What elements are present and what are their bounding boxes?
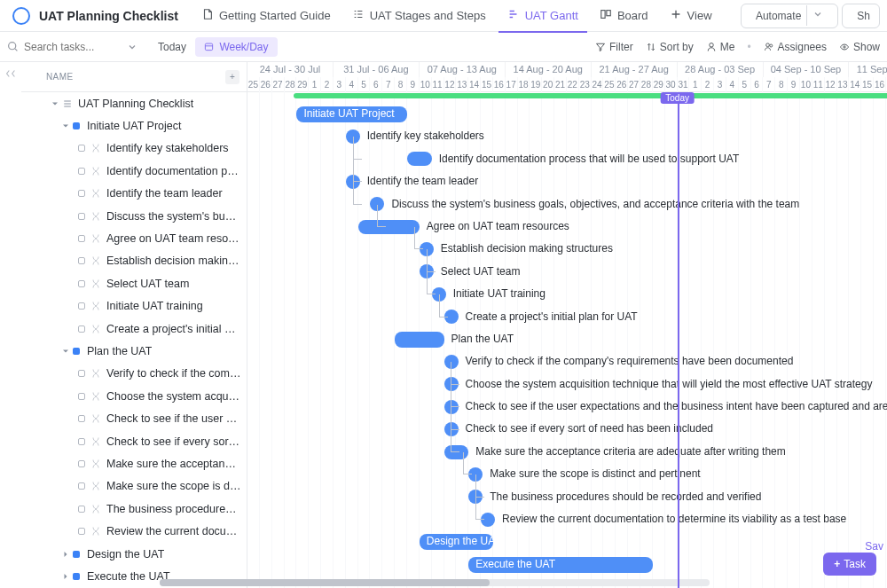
row-label: Initiate UAT training xyxy=(106,300,203,312)
sidebar-row[interactable]: Make sure the scope is dis… xyxy=(21,475,247,498)
sidebar-row[interactable]: Identify the team leader xyxy=(21,183,247,205)
svg-point-13 xyxy=(844,45,845,47)
row-label: Agree on UAT team resour… xyxy=(106,232,241,245)
week-header: 04 Sep - 10 Sep xyxy=(764,62,850,77)
automate-dropdown[interactable] xyxy=(806,5,828,26)
row-label: Discuss the system's busin… xyxy=(106,210,241,223)
sidebar-row[interactable]: Select UAT team xyxy=(21,272,247,294)
sidebar-row[interactable]: Create a project's initial pl… xyxy=(21,318,247,340)
day-header: 19 xyxy=(530,77,542,92)
dependency-connector xyxy=(414,227,423,249)
status-square xyxy=(78,325,85,333)
day-header: 24 xyxy=(592,77,604,92)
day-header: 22 xyxy=(567,77,579,92)
sidebar-row[interactable]: Make sure the acceptance … xyxy=(21,452,247,474)
status-square xyxy=(78,370,85,377)
row-label: Check to see if the user ex… xyxy=(106,412,241,425)
filter-button[interactable]: Filter xyxy=(595,41,633,53)
status-square xyxy=(78,190,85,197)
day-header: 25 xyxy=(603,77,616,92)
status-square xyxy=(78,168,85,175)
filter-icon xyxy=(595,42,606,52)
me-button[interactable]: Me xyxy=(706,41,735,53)
sidebar-row[interactable]: Identify key stakeholders xyxy=(21,137,247,160)
week-header: 21 Aug - 27 Aug xyxy=(592,62,678,77)
dependency-connector xyxy=(451,430,459,452)
status-square xyxy=(78,415,85,422)
sidebar-row[interactable]: Initiate UAT Project xyxy=(21,114,247,137)
collapse-sidebar-handle[interactable] xyxy=(0,62,21,588)
day-header: 1 xyxy=(689,77,702,92)
day-header: 26 xyxy=(616,77,628,92)
add-column-button[interactable]: + xyxy=(225,70,239,84)
sidebar-row[interactable]: Agree on UAT team resour… xyxy=(21,227,247,249)
tab-uat-gantt[interactable]: UAT Gantt xyxy=(498,0,587,32)
sidebar-row[interactable]: Establish decision making … xyxy=(21,250,247,272)
sidebar-row[interactable]: Design the UAT xyxy=(21,543,247,565)
week-header: 07 Aug - 13 Aug xyxy=(420,62,506,77)
gantt-bar-label: Agree on UAT team resources xyxy=(427,220,569,232)
sidebar-row[interactable]: Plan the UAT xyxy=(21,340,247,362)
tab-uat-stages-and-steps[interactable]: UAT Stages and Steps xyxy=(343,0,495,32)
new-task-button[interactable]: +Task xyxy=(823,553,876,576)
day-header: 13 xyxy=(456,77,468,92)
day-header: 15 xyxy=(481,77,493,92)
gantt-bar-label: Identify the team leader xyxy=(367,175,478,187)
sidebar-row[interactable]: Choose the system acquisi… xyxy=(21,385,247,407)
week-header: 31 Jul - 06 Aug xyxy=(334,62,420,77)
svg-point-11 xyxy=(765,43,769,46)
day-header: 31 xyxy=(678,77,690,92)
day-header: 25 xyxy=(247,77,260,92)
gantt-bar[interactable] xyxy=(407,152,432,166)
person-icon xyxy=(706,42,717,52)
status-square xyxy=(78,257,85,264)
sidebar-row[interactable]: UAT Planning Checklist xyxy=(21,92,247,114)
row-label: Initiate UAT Project xyxy=(87,120,182,132)
day-header: 11 xyxy=(432,77,444,92)
tab-getting-started-guide[interactable]: Getting Started Guide xyxy=(192,0,340,32)
day-header: 27 xyxy=(272,77,285,92)
day-header: 16 xyxy=(874,77,886,92)
row-label: The business procedures s… xyxy=(106,503,241,515)
sidebar-row[interactable]: Initiate UAT training xyxy=(21,295,247,318)
status-dot xyxy=(73,551,80,558)
calendar-icon xyxy=(204,42,214,51)
day-header: 9 xyxy=(788,77,800,92)
sidebar-row[interactable]: Identify documentation pro… xyxy=(21,160,247,182)
list-span-bar xyxy=(294,93,887,98)
range-selector[interactable]: Week/Day xyxy=(195,37,277,57)
sidebar-row[interactable]: The business procedures s… xyxy=(21,498,247,520)
share-button[interactable]: Sh xyxy=(842,4,880,28)
sidebar-row[interactable]: Review the current docum… xyxy=(21,520,247,542)
list-icon xyxy=(352,8,365,23)
horizontal-scrollbar[interactable] xyxy=(160,579,710,586)
gantt-bar[interactable] xyxy=(395,332,444,348)
save-hint[interactable]: Sav xyxy=(865,540,883,553)
week-header: 11 Sep - 17 Sep xyxy=(849,62,887,77)
week-header: 28 Aug - 03 Sep xyxy=(678,62,764,77)
day-header: 6 xyxy=(751,77,764,92)
gantt-bar-label: Establish decision making structures xyxy=(441,242,613,255)
sidebar-row[interactable]: Verify to check if the comp… xyxy=(21,363,247,385)
dependency-connector xyxy=(377,205,386,227)
sidebar-row[interactable]: Discuss the system's busin… xyxy=(21,205,247,227)
today-button[interactable]: Today xyxy=(158,41,186,53)
day-header: 12 xyxy=(444,77,457,92)
automate-button[interactable]: Automate xyxy=(741,4,838,28)
svg-point-12 xyxy=(769,44,772,47)
show-button[interactable]: Show xyxy=(839,41,880,53)
assignees-button[interactable]: Assignees xyxy=(764,41,827,53)
status-square xyxy=(78,213,85,220)
tab-view[interactable]: View xyxy=(661,0,721,32)
sortby-button[interactable]: Sort by xyxy=(646,41,694,53)
day-header: 15 xyxy=(861,77,874,92)
day-header: 29 xyxy=(296,77,309,92)
row-label: Identify key stakeholders xyxy=(106,142,229,154)
today-marker-badge: Today xyxy=(660,92,695,104)
search-input[interactable] xyxy=(24,41,122,53)
sidebar-row[interactable]: Check to see if every sort … xyxy=(21,430,247,452)
search-dropdown-icon[interactable] xyxy=(127,42,137,52)
gantt-bar[interactable] xyxy=(358,220,420,234)
tab-board[interactable]: Board xyxy=(591,0,657,32)
sidebar-row[interactable]: Check to see if the user ex… xyxy=(21,407,247,429)
